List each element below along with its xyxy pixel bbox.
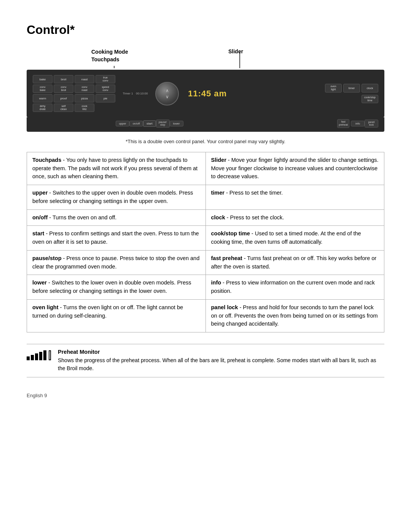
up-arrow-icon: ∧ [166,88,169,93]
mode-btn-dehy[interactable]: dehydrate [33,104,53,112]
mode-btn-self-clean[interactable]: selfclean [54,104,73,112]
mode-btn-cook-wiz[interactable]: cookWiz [75,104,94,112]
cooking-modes-grid: bake broil roast trueconv convbake convb… [33,75,115,112]
btn-start[interactable]: start [143,120,156,127]
timer-display: Timer 1 00:10:00 [123,92,148,95]
btn-timer[interactable]: timer [343,84,360,93]
preheat-monitor-section: Preheat Monitor Shows the progress of th… [27,344,384,377]
table-cell: cook/stop time - Used to set a timed mod… [206,226,384,251]
table-cell: Slider - Move your finger lightly around… [206,152,384,185]
preheat-monitor-icon [27,349,51,360]
mode-btn-warm[interactable]: warm [33,94,53,102]
mode-btn-pie[interactable]: pie [96,94,115,102]
mode-btn-conv-roast[interactable]: convroast [75,85,94,93]
btn-panel-lock[interactable]: panellock [365,120,378,128]
preheat-monitor-title: Preheat Monitor [58,349,384,355]
mode-btn-empty [96,104,115,112]
table-cell: clock - Press to set the clock. [206,209,384,226]
description-table: Touchpads - You only have to press light… [27,152,384,332]
mode-btn-broil[interactable]: broil [54,75,73,83]
preheat-monitor-text: Preheat Monitor Shows the progress of th… [58,349,384,372]
table-cell: panel lock - Press and hold for four sec… [206,299,384,332]
preheat-bar-3 [35,353,38,360]
down-arrow-icon: ∨ [166,94,169,99]
preheat-bar-4 [39,352,42,360]
footer-language: English [27,393,43,398]
footnote: *This is a double oven control panel. Yo… [27,139,384,144]
table-row: Touchpads - You only have to press light… [27,152,384,185]
slider-label: Slider [228,48,243,54]
table-cell: Touchpads - You only have to press light… [27,152,206,185]
mode-btn-conv-broil[interactable]: convbroil [54,85,73,93]
preheat-bar-2 [31,355,34,360]
right-controls: ovenlight timer clock cook/stoptime [325,84,378,104]
table-row: oven light - Turns the oven light on or … [27,299,384,332]
table-row: start - Press to confirm settings and st… [27,226,384,251]
diagram-container: Cooking Mode Touchpads Slider bake broil… [27,48,384,132]
table-cell: upper - Switches to the upper oven in do… [27,185,206,210]
btn-empty2 [343,95,360,104]
mode-btn-speed-conv[interactable]: speedconv [96,85,115,93]
btn-clock[interactable]: clock [362,84,378,93]
preheat-bar-1 [27,356,30,360]
btn-fast-preheat[interactable]: fastpreheat [337,119,349,128]
oven-bottom-row: upper on/off start pause/stop lower fast… [27,117,384,132]
btn-lower[interactable]: lower [170,121,183,126]
timer-section: Timer 1 00:10:00 [119,92,151,95]
table-row: upper - Switches to the upper oven in do… [27,185,384,210]
slider-dial[interactable]: ∧ ∨ [155,82,179,105]
cooking-mode-label: Cooking Mode Touchpads [91,48,128,63]
table-row: pause/stop - Press once to pause. Press … [27,250,384,275]
table-cell: info - Press to view information on the … [206,275,384,300]
table-cell: lower - Switches to the lower oven in do… [27,275,206,300]
table-row: on/off - Turns the oven on and off. cloc… [27,209,384,226]
right-controls-top: ovenlight timer clock [325,84,378,93]
btn-pause-stop[interactable]: pause/stop [156,120,170,128]
table-cell: start - Press to confirm settings and st… [27,226,206,251]
table-cell: oven light - Turns the oven light on or … [27,299,206,332]
btn-on-off[interactable]: on/off [129,121,143,126]
mode-btn-roast[interactable]: roast [75,75,94,83]
mode-btn-pizza[interactable]: pizza [75,94,94,102]
btn-oven-light[interactable]: ovenlight [325,84,342,93]
right-controls-bottom: cook/stoptime [325,95,378,104]
preheat-bar-outline [49,350,51,360]
mode-btn-conv-bake[interactable]: convbake [33,85,53,93]
btn-upper[interactable]: upper [116,121,129,126]
callout-svg [27,48,384,68]
table-cell: on/off - Turns the oven on and off. [27,209,206,226]
btn-empty1 [325,95,342,104]
btn-cook-stop-time[interactable]: cook/stoptime [362,95,378,104]
table-cell: timer - Press to set the timer. [206,185,384,210]
page-title: Control* [27,23,384,37]
table-cell: fast preheat - Turns fast preheat on or … [206,250,384,275]
preheat-bar-5 [43,350,46,360]
footer-page-number-value: 9 [44,393,47,398]
mode-btn-proof[interactable]: proof [54,94,73,102]
footer: English 9 [27,393,384,398]
time-display: 11:45 am [183,89,232,99]
oven-panel: bake broil roast trueconv convbake convb… [27,70,384,117]
table-row: lower - Switches to the lower oven in do… [27,275,384,300]
mode-btn-true-conv[interactable]: trueconv [96,75,115,83]
table-cell: pause/stop - Press once to pause. Press … [27,250,206,275]
mode-btn-bake[interactable]: bake [33,75,53,83]
btn-info[interactable]: info [351,121,365,126]
preheat-monitor-description: Shows the progress of the preheat proces… [58,356,384,372]
